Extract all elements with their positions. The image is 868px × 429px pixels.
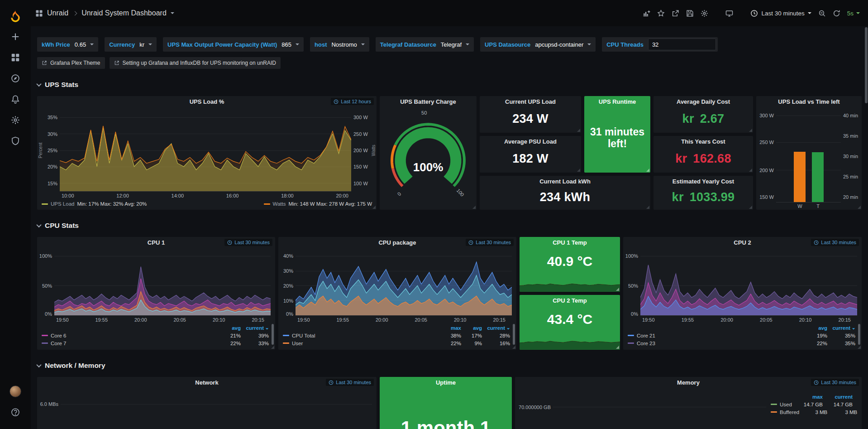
legend-series-toggle[interactable]: Core 21 [628, 333, 804, 338]
legend-col-avg[interactable]: avg [804, 325, 827, 331]
time-override-badge: Last 30 minutes [811, 239, 859, 246]
caret-down-icon [266, 328, 268, 329]
cpu1-chart[interactable] [54, 250, 271, 316]
external-link-icon [114, 60, 119, 66]
legend-col-avg[interactable]: avg [217, 325, 241, 331]
ups-stats-row: UPS Load % Last 12 hours Percent 35% 30%… [37, 96, 862, 210]
legend-series-toggle[interactable]: Buffered [771, 410, 799, 415]
panel-cpu2: CPU 2 Last 30 minutes 100% 50% 0% [623, 237, 862, 350]
legend-item-ups-load[interactable]: UPS Load Min: 17% Max: 32% Avg: 20% [42, 201, 147, 207]
refresh-icon [833, 10, 840, 17]
breadcrumb-folder[interactable]: Unraid [47, 9, 68, 17]
sidebar-item-dashboards[interactable] [0, 47, 31, 68]
caret-down-icon [361, 43, 365, 45]
ups-bars-chart[interactable] [776, 110, 841, 202]
variable-dropdown[interactable]: apcupsd-container [530, 37, 596, 52]
apps-grid-icon [35, 10, 43, 17]
link-grafana-plex-theme[interactable]: Grafana Plex Theme [37, 57, 105, 69]
sidebar-item-help[interactable] [0, 402, 31, 423]
memory-chart[interactable] [553, 390, 766, 429]
caret-down-icon [852, 328, 855, 329]
y-axis-title-right: Watts [370, 109, 377, 192]
variable-kwh-price: kWh Price 0.65 [37, 37, 98, 52]
section-header-ups-stats[interactable]: UPS Stats [37, 79, 862, 91]
caret-down-icon[interactable] [171, 12, 174, 14]
variable-dropdown[interactable]: 865 [277, 37, 304, 52]
legend-col-current[interactable]: current [823, 394, 853, 400]
panel-ups-load: UPS Load % Last 12 hours Percent 35% 30%… [37, 96, 377, 210]
panel-title[interactable]: UPS Battery Charge [380, 98, 477, 105]
caret-down-icon [148, 43, 152, 45]
variable-telegraf-datasource: Telegraf Datasource Telegraf [376, 37, 474, 52]
bell-icon [11, 95, 20, 104]
kiosk-mode-button[interactable] [725, 10, 733, 17]
variable-ups-datasource: UPS Datasource apcupsd-container [480, 37, 596, 52]
variable-dropdown[interactable]: 0.65 [70, 37, 98, 52]
sidebar-item-configuration[interactable] [0, 110, 31, 130]
time-range-picker[interactable]: Last 30 minutes [750, 10, 811, 17]
legend-series-toggle[interactable]: User [283, 341, 439, 346]
legend-col-current[interactable]: current [241, 325, 269, 331]
zoom-out-button[interactable] [818, 10, 826, 17]
legend-item-watts[interactable]: Watts Min: 148 W Max: 278 W Avg: 175 W [264, 201, 372, 207]
refresh-button[interactable] [833, 10, 840, 17]
time-override-badge: Last 30 minutes [466, 239, 514, 246]
legend-col-current[interactable]: current [827, 325, 855, 331]
star-button[interactable] [657, 10, 665, 17]
user-avatar [10, 386, 21, 397]
legend-col-max[interactable]: max [795, 394, 823, 400]
stat-value: 1 month 1 [380, 388, 512, 429]
legend-col-avg[interactable]: avg [461, 325, 482, 331]
section-header-cpu-stats[interactable]: CPU Stats [37, 220, 862, 231]
panel-title[interactable]: UPS Load % [37, 98, 377, 105]
legend-table: max avg current CPU Total 38% 17% 28% Us… [278, 323, 516, 350]
battery-gauge[interactable]: 100% 0 50 100 [386, 107, 470, 205]
y-axis-title-left: Percent [37, 109, 43, 192]
variable-dropdown[interactable]: Nostromo [327, 37, 369, 52]
legend-series-toggle[interactable]: Core 6 [42, 333, 217, 338]
sidebar-item-create[interactable] [0, 26, 31, 47]
network-chart[interactable] [61, 390, 372, 429]
ups-load-chart[interactable] [60, 109, 351, 192]
dashboard-settings-button[interactable] [701, 10, 708, 17]
section-title: UPS Stats [45, 81, 78, 89]
grafana-logo[interactable] [0, 5, 31, 26]
variable-cpu-threads: CPU Threads [602, 37, 718, 52]
variable-dropdown[interactable]: Telegraf [436, 37, 474, 52]
gear-icon [701, 10, 708, 17]
cpu-package-chart[interactable] [296, 250, 512, 316]
legend-row: User 22% 9% 16% [283, 339, 510, 347]
section-header-network-memory[interactable]: Network / Memory [37, 360, 862, 371]
panel-network: Network Last 30 minutes 6.0 MBs 4.0 MBs … [37, 377, 377, 429]
legend-series-toggle[interactable]: Used [771, 402, 795, 407]
network-memory-row: Network Last 30 minutes 6.0 MBs 4.0 MBs … [37, 377, 862, 429]
legend-scrollbar[interactable] [272, 324, 274, 345]
panel-current-load-kwh: Current Load kWh 234 kWh [480, 176, 650, 210]
legend-series-toggle[interactable]: Core 23 [628, 341, 804, 346]
save-dashboard-button[interactable] [686, 10, 694, 17]
sidebar-item-profile[interactable] [0, 381, 31, 402]
add-panel-button[interactable] [643, 10, 650, 17]
legend-series-toggle[interactable]: CPU Total [283, 333, 439, 338]
page-scrollbar[interactable] [865, 27, 868, 426]
legend-col-current[interactable]: current [482, 325, 510, 331]
legend-col-max[interactable]: max [439, 325, 461, 331]
sidebar-item-explore[interactable] [0, 68, 31, 89]
clock-icon [814, 240, 819, 245]
dashboard-title[interactable]: Unraid System Dashboard [81, 9, 167, 17]
stat-value: kr2.67 [653, 107, 753, 133]
sidebar-item-alerting[interactable] [0, 89, 31, 110]
legend-scrollbar[interactable] [858, 324, 860, 345]
variable-dropdown[interactable]: kr [135, 37, 157, 52]
link-ups-monitoring-guide[interactable]: Setting up Grafana and InfluxDB for UPS … [110, 57, 281, 69]
legend-series-toggle[interactable]: Core 7 [42, 341, 217, 346]
share-button[interactable] [672, 10, 679, 17]
variable-text-input[interactable] [648, 39, 716, 50]
sidebar-item-server-admin[interactable] [0, 130, 31, 151]
caret-down-icon [466, 43, 469, 45]
cpu2-chart[interactable] [640, 250, 857, 316]
refresh-interval-label: 5s [847, 10, 854, 17]
legend-scrollbar[interactable] [513, 324, 515, 345]
refresh-interval-picker[interactable]: 5s [847, 10, 860, 17]
scrollbar-thumb[interactable] [865, 27, 868, 103]
